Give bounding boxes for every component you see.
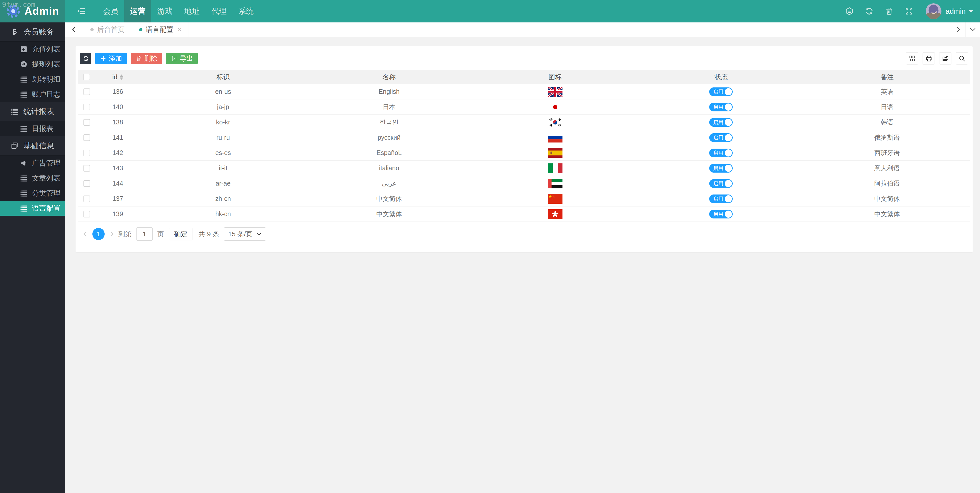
sidebar-item[interactable]: 广告管理 <box>0 155 65 171</box>
cell-name: italiano <box>306 165 472 172</box>
next-page-button[interactable] <box>107 228 117 240</box>
toggle-knob <box>725 165 732 172</box>
status-toggle[interactable]: 启用 <box>709 149 733 157</box>
sidebar-group-header-0[interactable]: 会员账务 <box>0 22 65 41</box>
row-checkbox[interactable] <box>83 150 90 156</box>
row-checkbox[interactable] <box>83 165 90 171</box>
status-toggle[interactable]: 启用 <box>709 210 733 219</box>
refresh-icon[interactable] <box>859 7 879 16</box>
cell-id: 144 <box>95 180 140 187</box>
sidebar-group-label: 会员账务 <box>24 27 54 37</box>
column-header: 状态 <box>638 73 804 82</box>
top-nav-item-1[interactable]: 运营 <box>124 0 151 22</box>
current-page-button[interactable]: 1 <box>92 228 105 240</box>
bitcoin-icon <box>11 28 18 36</box>
fullscreen-icon[interactable] <box>899 7 919 16</box>
row-checkbox[interactable] <box>83 195 90 202</box>
top-nav-item-2[interactable]: 游戏 <box>151 0 178 22</box>
row-checkbox[interactable] <box>83 180 90 187</box>
row-checkbox[interactable] <box>83 89 90 95</box>
toggle-knob <box>725 103 732 111</box>
flag-it-icon <box>548 163 563 173</box>
add-button[interactable]: 添加 <box>95 53 127 64</box>
row-checkbox[interactable] <box>83 211 90 217</box>
sidebar-group-header-2[interactable]: 基础信息 <box>0 136 65 155</box>
prev-page-button[interactable] <box>80 228 90 240</box>
status-toggle[interactable]: 启用 <box>709 195 733 203</box>
column-header-id[interactable]: id <box>95 73 140 81</box>
page-size-select[interactable]: 15 条/页 <box>224 227 266 241</box>
top-nav-item-4[interactable]: 代理 <box>205 0 232 22</box>
toolbar: 添加删除导出 <box>80 52 968 65</box>
tab-0[interactable]: 后台首页 <box>83 22 132 37</box>
cell-name: 中文简体 <box>306 195 472 203</box>
trash-icon[interactable] <box>879 7 899 16</box>
flag-es-icon <box>548 148 563 158</box>
honeycomb-icon[interactable] <box>839 7 859 16</box>
cell-name: 한국인 <box>306 118 472 127</box>
sidebar-item-label: 账户日志 <box>32 89 60 99</box>
tab-close-icon[interactable]: × <box>178 26 181 34</box>
menu-fold-icon[interactable] <box>65 0 97 22</box>
sidebar-item[interactable]: 分类管理 <box>0 185 65 201</box>
cell-id: 137 <box>95 195 140 202</box>
tab-status-dot <box>139 28 142 31</box>
sidebar-group-header-1[interactable]: 统计报表 <box>0 102 65 121</box>
goto-page-input[interactable] <box>136 227 153 241</box>
refresh-button[interactable] <box>80 53 91 64</box>
avatar[interactable] <box>926 3 942 19</box>
top-navbar: Admin 会员运营游戏地址代理系统 admin <box>0 0 980 22</box>
goto-confirm-button[interactable]: 确定 <box>169 228 192 240</box>
row-checkbox[interactable] <box>83 134 90 141</box>
toggle-knob <box>725 211 732 218</box>
sidebar-item[interactable]: 语言配置 <box>0 201 65 216</box>
user-menu[interactable]: admin <box>945 7 974 16</box>
copy-icon <box>11 142 18 150</box>
sidebar-group-label: 基础信息 <box>24 141 54 151</box>
status-toggle[interactable]: 启用 <box>709 179 733 188</box>
row-checkbox[interactable] <box>83 104 90 110</box>
export-icon[interactable] <box>939 52 951 65</box>
button-label: 导出 <box>180 54 193 63</box>
top-nav-item-5[interactable]: 系统 <box>232 0 259 22</box>
sidebar-item[interactable]: 充值列表 <box>0 41 65 57</box>
cell-id: 143 <box>95 165 140 172</box>
status-toggle[interactable]: 启用 <box>709 87 733 96</box>
goto-prefix-label: 到第 <box>118 230 132 239</box>
flag-kr-icon <box>548 117 563 127</box>
status-toggle[interactable]: 启用 <box>709 118 733 127</box>
cell-remark: 意大利语 <box>804 164 970 172</box>
toggle-knob <box>725 180 732 187</box>
sidebar-item[interactable]: 划转明细 <box>0 71 65 87</box>
table-row: 140ja-jp日本启用日语 <box>78 100 970 115</box>
sidebar-item[interactable]: 日报表 <box>0 121 65 136</box>
status-toggle[interactable]: 启用 <box>709 164 733 173</box>
cell-code: en-us <box>140 88 306 95</box>
sidebar-item[interactable]: 账户日志 <box>0 87 65 102</box>
sidebar-item[interactable]: 提现列表 <box>0 57 65 71</box>
table-row: 143it-ititaliano启用意大利语 <box>78 160 970 176</box>
row-checkbox[interactable] <box>83 119 90 126</box>
select-all-checkbox[interactable] <box>83 74 90 80</box>
status-toggle[interactable]: 启用 <box>709 103 733 111</box>
cell-id: 140 <box>95 103 140 111</box>
top-nav-item-0[interactable]: 会员 <box>97 0 124 22</box>
filter-columns-icon[interactable] <box>906 52 918 65</box>
print-icon[interactable] <box>923 52 935 65</box>
search-icon[interactable] <box>956 52 968 65</box>
cell-id: 142 <box>95 149 140 157</box>
tab-1[interactable]: 语言配置× <box>132 22 189 37</box>
cell-name: русский <box>306 134 472 141</box>
sidebar-item[interactable]: 文章列表 <box>0 171 65 185</box>
sort-icon[interactable] <box>120 75 123 80</box>
top-nav-item-3[interactable]: 地址 <box>178 0 205 22</box>
tabs-menu-icon[interactable] <box>966 22 980 37</box>
sidebar-group: 会员账务充值列表提现列表划转明细账户日志 <box>0 22 65 102</box>
delete-button[interactable]: 删除 <box>130 53 162 64</box>
tabs-scroll-left-icon[interactable] <box>65 22 83 37</box>
export-button[interactable]: 导出 <box>166 53 198 64</box>
status-toggle[interactable]: 启用 <box>709 133 733 142</box>
cell-code: ko-kr <box>140 119 306 126</box>
tabs-scroll-right-icon[interactable] <box>951 22 966 37</box>
cell-code: ja-jp <box>140 103 306 111</box>
